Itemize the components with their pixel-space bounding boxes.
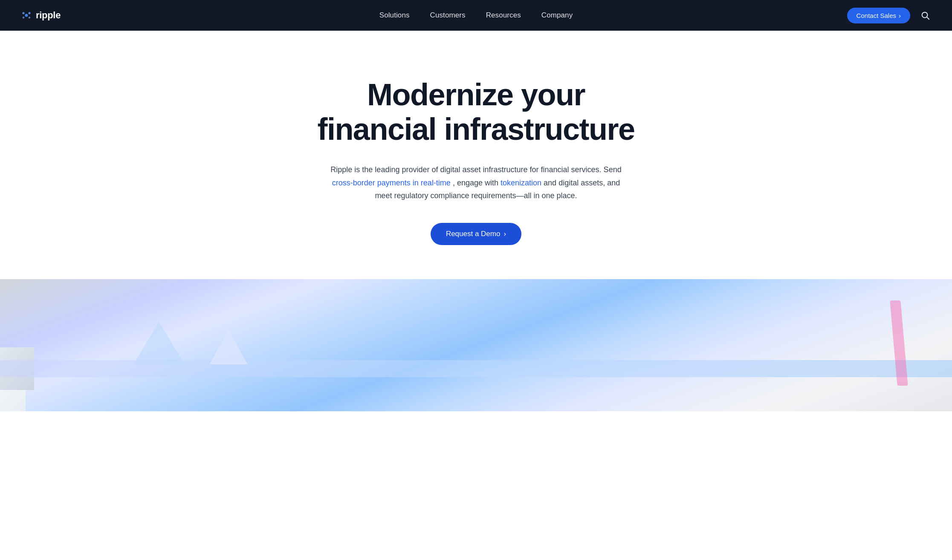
- hero-section: Modernize your financial infrastructure …: [0, 31, 952, 279]
- svg-point-4: [29, 17, 30, 18]
- logo-wordmark: ripple: [36, 10, 61, 21]
- navbar: ripple Solutions Customers Resources Com…: [0, 0, 952, 31]
- request-demo-button[interactable]: Request a Demo ›: [431, 223, 521, 245]
- nav-actions: Contact Sales ›: [847, 8, 932, 23]
- hero-image: [0, 279, 952, 411]
- hero-description: Ripple is the leading provider of digita…: [323, 163, 630, 202]
- svg-point-2: [28, 12, 30, 14]
- nav-customers[interactable]: Customers: [430, 11, 466, 19]
- nav-resources[interactable]: Resources: [486, 11, 521, 19]
- ripple-logo[interactable]: ripple: [20, 9, 61, 21]
- hero-title: Modernize your financial infrastructure: [310, 78, 642, 146]
- nav-solutions[interactable]: Solutions: [379, 11, 410, 19]
- search-button[interactable]: [919, 9, 932, 22]
- prism-shape-left: [133, 322, 185, 364]
- main-nav: Solutions Customers Resources Company: [379, 11, 573, 20]
- cross-border-link[interactable]: cross-border payments in real-time: [332, 179, 451, 187]
- contact-sales-button[interactable]: Contact Sales ›: [847, 8, 910, 23]
- tokenization-link[interactable]: tokenization: [501, 179, 541, 187]
- svg-point-1: [22, 12, 24, 14]
- svg-point-0: [25, 14, 28, 17]
- chevron-right-icon: ›: [503, 230, 506, 238]
- block-shape-white-left2: [0, 390, 26, 411]
- nav-company[interactable]: Company: [541, 11, 573, 19]
- svg-point-3: [23, 17, 24, 18]
- svg-line-6: [927, 17, 929, 19]
- ripple-icon: [20, 9, 32, 21]
- chevron-right-icon: ›: [899, 12, 901, 19]
- prism-shape-left2: [209, 330, 248, 364]
- search-icon: [920, 11, 930, 20]
